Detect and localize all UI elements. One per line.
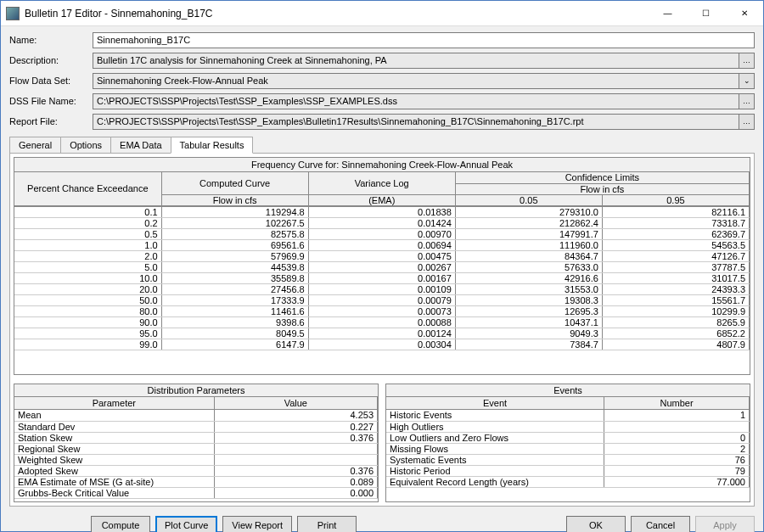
events-body-scroll[interactable]: Historic Events1High OutliersLow Outlier… <box>386 410 750 501</box>
maximize-button[interactable]: ☐ <box>687 1 725 26</box>
table-row[interactable]: 20.027456.80.0010931553.024393.3 <box>14 284 750 295</box>
table-row[interactable]: Equivalent Record Length (years)77.000 <box>386 476 750 487</box>
param-name-cell: Grubbs-Beck Critical Value <box>14 487 214 498</box>
table-row[interactable]: Weighted Skew <box>14 454 378 465</box>
table-row[interactable]: Adopted Skew0.376 <box>14 465 378 476</box>
tab-content: Frequency Curve for: Sinnemahoning Creek… <box>9 153 755 507</box>
description-label: Description: <box>9 55 93 65</box>
table-row[interactable]: 5.044539.80.0026757633.037787.5 <box>14 262 750 273</box>
table-row[interactable]: 10.035589.80.0016742916.631017.5 <box>14 273 750 284</box>
dss-browse-button[interactable]: … <box>739 93 755 109</box>
event-name-cell: High Outliers <box>386 421 604 432</box>
table-cell: 57633.0 <box>455 262 602 273</box>
event-number-cell: 2 <box>604 443 750 454</box>
table-cell: 10299.9 <box>602 306 749 317</box>
table-cell: 4807.9 <box>602 339 749 350</box>
report-browse-button[interactable]: … <box>739 114 755 130</box>
table-row[interactable]: Missing Flows2 <box>386 443 750 454</box>
table-row[interactable]: Regional Skew <box>14 443 378 454</box>
table-cell: 82116.1 <box>602 207 749 218</box>
apply-button: Apply <box>695 516 755 532</box>
event-name-cell: Equivalent Record Length (years) <box>386 476 604 487</box>
table-cell: 11461.6 <box>161 306 308 317</box>
table-row[interactable]: Standard Dev0.227 <box>14 421 378 432</box>
table-cell: 69561.6 <box>161 240 308 251</box>
event-name-cell: Missing Flows <box>386 443 604 454</box>
table-row[interactable]: 50.017333.90.0007919308.315561.7 <box>14 295 750 306</box>
table-row[interactable]: High Outliers <box>386 421 750 432</box>
table-row[interactable]: Station Skew0.376 <box>14 432 378 443</box>
flowdata-dropdown-button[interactable]: ⌄ <box>739 73 755 89</box>
flowdata-label: Flow Data Set: <box>9 76 93 86</box>
table-cell: 212862.4 <box>455 218 602 229</box>
table-row[interactable]: Mean4.253 <box>14 410 378 421</box>
close-button[interactable]: ✕ <box>725 1 763 26</box>
table-cell: 0.00970 <box>308 229 455 240</box>
table-row[interactable]: EMA Estimate of MSE (G at-site)0.089 <box>14 476 378 487</box>
table-cell: 8265.9 <box>602 317 749 328</box>
print-button[interactable]: Print <box>297 516 357 532</box>
table-cell: 9049.3 <box>455 328 602 339</box>
tab-ema-data[interactable]: EMA Data <box>110 137 171 154</box>
table-row[interactable]: Historic Events1 <box>386 410 750 421</box>
table-row[interactable]: Grubbs-Beck Critical Value0.000 <box>14 487 378 498</box>
dss-field[interactable]: C:\PROJECTS\SSP\Projects\Test\SSP_Exampl… <box>93 93 739 109</box>
param-value-cell: 0.227 <box>214 421 377 432</box>
table-cell: 0.1 <box>14 207 161 218</box>
table-row[interactable]: 80.011461.60.0007312695.310299.9 <box>14 306 750 317</box>
table-row[interactable]: 0.2102267.50.01424212862.473318.7 <box>14 218 750 229</box>
event-name-cell: Systematic Events <box>386 454 604 465</box>
minimize-button[interactable]: — <box>649 1 687 26</box>
table-cell: 17333.9 <box>161 295 308 306</box>
tab-options[interactable]: Options <box>60 137 111 154</box>
maximize-icon: ☐ <box>702 8 710 18</box>
description-browse-button[interactable]: … <box>739 53 755 69</box>
distribution-header: Parameter Value <box>14 397 378 411</box>
table-row[interactable]: 95.08049.50.001249049.36852.2 <box>14 328 750 339</box>
table-cell: 84364.7 <box>455 251 602 262</box>
distribution-body-scroll[interactable]: Mean4.253Standard Dev0.227Station Skew0.… <box>14 410 378 501</box>
table-cell: 12695.3 <box>455 306 602 317</box>
table-cell: 147991.7 <box>455 229 602 240</box>
table-cell: 27456.8 <box>161 284 308 295</box>
table-cell: 73318.7 <box>602 218 749 229</box>
col-parameter: Parameter <box>14 397 214 410</box>
distribution-title: Distribution Parameters <box>14 384 378 397</box>
table-row[interactable]: Low Outliers and Zero Flows0 <box>386 432 750 443</box>
table-cell: 0.00088 <box>308 317 455 328</box>
table-cell: 2.0 <box>14 251 161 262</box>
name-field[interactable]: Sinnemahoning_B17C <box>93 32 755 48</box>
event-name-cell: Historic Events <box>386 410 604 421</box>
table-row[interactable]: 90.09398.60.0008810437.18265.9 <box>14 317 750 328</box>
flowdata-combo[interactable]: Sinnemahoning Creek-Flow-Annual Peak <box>93 73 739 89</box>
table-row[interactable]: Systematic Events76 <box>386 454 750 465</box>
compute-button[interactable]: Compute <box>91 516 150 532</box>
col-computed-sub: Flow in cfs <box>161 194 308 205</box>
cancel-button[interactable]: Cancel <box>631 516 690 532</box>
table-row[interactable]: 2.057969.90.0047584364.747126.7 <box>14 251 750 262</box>
tab-tabular-results[interactable]: Tabular Results <box>171 137 254 154</box>
table-cell: 0.00167 <box>308 273 455 284</box>
description-field[interactable]: Bulletin 17C analysis for Sinnemahoning … <box>93 53 739 69</box>
table-row[interactable]: 0.582575.80.00970147991.762369.7 <box>14 229 750 240</box>
table-cell: 42916.6 <box>455 273 602 284</box>
table-cell: 8049.5 <box>161 328 308 339</box>
table-cell: 279310.0 <box>455 207 602 218</box>
plot-curve-button[interactable]: Plot Curve <box>155 516 217 532</box>
event-number-cell: 76 <box>604 454 750 465</box>
view-report-button[interactable]: View Report <box>222 516 292 532</box>
table-cell: 0.00073 <box>308 306 455 317</box>
report-field[interactable]: C:\PROJECTS\SSP\Projects\Test\SSP_Exampl… <box>93 114 739 130</box>
param-value-cell <box>214 454 377 465</box>
table-row[interactable]: 0.1119294.80.01838279310.082116.1 <box>14 207 750 218</box>
tab-general[interactable]: General <box>9 137 61 154</box>
event-number-cell: 77.000 <box>604 476 750 487</box>
table-row[interactable]: Historic Period79 <box>386 465 750 476</box>
table-row[interactable]: 99.06147.90.003047384.74807.9 <box>14 339 750 350</box>
table-row[interactable]: 1.069561.60.00694111960.054563.5 <box>14 240 750 251</box>
table-cell: 0.00694 <box>308 240 455 251</box>
frequency-body-scroll[interactable]: 0.1119294.80.01838279310.082116.10.21022… <box>14 206 750 374</box>
ok-button[interactable]: OK <box>566 516 626 532</box>
col-conf-95: 0.95 <box>602 194 749 205</box>
param-name-cell: Weighted Skew <box>14 454 214 465</box>
